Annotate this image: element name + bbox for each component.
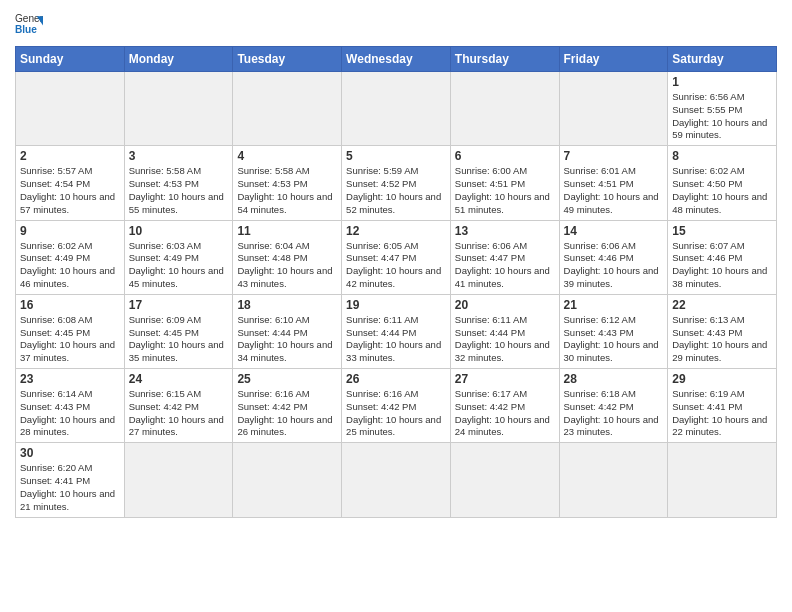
calendar-day-cell: 12Sunrise: 6:05 AM Sunset: 4:47 PM Dayli… (342, 220, 451, 294)
day-number: 18 (237, 298, 337, 312)
day-number: 13 (455, 224, 555, 238)
logo: General Blue (15, 10, 43, 38)
calendar-day-cell: 8Sunrise: 6:02 AM Sunset: 4:50 PM Daylig… (668, 146, 777, 220)
day-info: Sunrise: 6:16 AM Sunset: 4:42 PM Dayligh… (237, 388, 337, 439)
weekday-header-monday: Monday (124, 47, 233, 72)
day-info: Sunrise: 6:04 AM Sunset: 4:48 PM Dayligh… (237, 240, 337, 291)
day-info: Sunrise: 6:05 AM Sunset: 4:47 PM Dayligh… (346, 240, 446, 291)
calendar-day-cell: 23Sunrise: 6:14 AM Sunset: 4:43 PM Dayli… (16, 369, 125, 443)
calendar-week-row: 16Sunrise: 6:08 AM Sunset: 4:45 PM Dayli… (16, 294, 777, 368)
day-number: 28 (564, 372, 664, 386)
calendar-day-cell (342, 443, 451, 517)
day-number: 19 (346, 298, 446, 312)
day-number: 23 (20, 372, 120, 386)
calendar-day-cell: 15Sunrise: 6:07 AM Sunset: 4:46 PM Dayli… (668, 220, 777, 294)
calendar-day-cell (668, 443, 777, 517)
day-info: Sunrise: 6:12 AM Sunset: 4:43 PM Dayligh… (564, 314, 664, 365)
calendar-week-row: 2Sunrise: 5:57 AM Sunset: 4:54 PM Daylig… (16, 146, 777, 220)
calendar-day-cell: 11Sunrise: 6:04 AM Sunset: 4:48 PM Dayli… (233, 220, 342, 294)
calendar-day-cell: 10Sunrise: 6:03 AM Sunset: 4:49 PM Dayli… (124, 220, 233, 294)
calendar-day-cell (233, 72, 342, 146)
day-info: Sunrise: 6:10 AM Sunset: 4:44 PM Dayligh… (237, 314, 337, 365)
calendar-day-cell (342, 72, 451, 146)
day-info: Sunrise: 6:56 AM Sunset: 5:55 PM Dayligh… (672, 91, 772, 142)
day-info: Sunrise: 6:07 AM Sunset: 4:46 PM Dayligh… (672, 240, 772, 291)
day-info: Sunrise: 5:59 AM Sunset: 4:52 PM Dayligh… (346, 165, 446, 216)
day-info: Sunrise: 5:58 AM Sunset: 4:53 PM Dayligh… (129, 165, 229, 216)
calendar-day-cell: 16Sunrise: 6:08 AM Sunset: 4:45 PM Dayli… (16, 294, 125, 368)
calendar-day-cell (450, 443, 559, 517)
calendar-day-cell (559, 443, 668, 517)
day-info: Sunrise: 6:06 AM Sunset: 4:47 PM Dayligh… (455, 240, 555, 291)
day-number: 21 (564, 298, 664, 312)
calendar-week-row: 30Sunrise: 6:20 AM Sunset: 4:41 PM Dayli… (16, 443, 777, 517)
day-info: Sunrise: 6:20 AM Sunset: 4:41 PM Dayligh… (20, 462, 120, 513)
day-number: 30 (20, 446, 120, 460)
day-number: 6 (455, 149, 555, 163)
calendar-day-cell: 30Sunrise: 6:20 AM Sunset: 4:41 PM Dayli… (16, 443, 125, 517)
calendar-day-cell: 5Sunrise: 5:59 AM Sunset: 4:52 PM Daylig… (342, 146, 451, 220)
day-number: 14 (564, 224, 664, 238)
calendar-day-cell (450, 72, 559, 146)
calendar-day-cell: 26Sunrise: 6:16 AM Sunset: 4:42 PM Dayli… (342, 369, 451, 443)
day-info: Sunrise: 5:58 AM Sunset: 4:53 PM Dayligh… (237, 165, 337, 216)
calendar-day-cell: 7Sunrise: 6:01 AM Sunset: 4:51 PM Daylig… (559, 146, 668, 220)
weekday-header-friday: Friday (559, 47, 668, 72)
day-info: Sunrise: 6:15 AM Sunset: 4:42 PM Dayligh… (129, 388, 229, 439)
day-number: 2 (20, 149, 120, 163)
calendar-day-cell: 22Sunrise: 6:13 AM Sunset: 4:43 PM Dayli… (668, 294, 777, 368)
day-number: 25 (237, 372, 337, 386)
calendar-day-cell (559, 72, 668, 146)
calendar-week-row: 1Sunrise: 6:56 AM Sunset: 5:55 PM Daylig… (16, 72, 777, 146)
day-number: 9 (20, 224, 120, 238)
weekday-header-tuesday: Tuesday (233, 47, 342, 72)
day-number: 10 (129, 224, 229, 238)
day-number: 24 (129, 372, 229, 386)
day-number: 4 (237, 149, 337, 163)
day-info: Sunrise: 6:16 AM Sunset: 4:42 PM Dayligh… (346, 388, 446, 439)
day-number: 15 (672, 224, 772, 238)
day-info: Sunrise: 6:13 AM Sunset: 4:43 PM Dayligh… (672, 314, 772, 365)
day-number: 5 (346, 149, 446, 163)
calendar-day-cell: 4Sunrise: 5:58 AM Sunset: 4:53 PM Daylig… (233, 146, 342, 220)
day-info: Sunrise: 5:57 AM Sunset: 4:54 PM Dayligh… (20, 165, 120, 216)
calendar-day-cell (16, 72, 125, 146)
day-info: Sunrise: 6:11 AM Sunset: 4:44 PM Dayligh… (455, 314, 555, 365)
day-info: Sunrise: 6:11 AM Sunset: 4:44 PM Dayligh… (346, 314, 446, 365)
day-number: 7 (564, 149, 664, 163)
day-number: 26 (346, 372, 446, 386)
calendar-day-cell: 27Sunrise: 6:17 AM Sunset: 4:42 PM Dayli… (450, 369, 559, 443)
calendar-day-cell: 3Sunrise: 5:58 AM Sunset: 4:53 PM Daylig… (124, 146, 233, 220)
calendar-day-cell: 14Sunrise: 6:06 AM Sunset: 4:46 PM Dayli… (559, 220, 668, 294)
day-number: 8 (672, 149, 772, 163)
weekday-header-sunday: Sunday (16, 47, 125, 72)
calendar-day-cell: 19Sunrise: 6:11 AM Sunset: 4:44 PM Dayli… (342, 294, 451, 368)
calendar-day-cell (124, 72, 233, 146)
day-number: 16 (20, 298, 120, 312)
calendar-day-cell: 29Sunrise: 6:19 AM Sunset: 4:41 PM Dayli… (668, 369, 777, 443)
day-info: Sunrise: 6:02 AM Sunset: 4:49 PM Dayligh… (20, 240, 120, 291)
calendar-day-cell: 9Sunrise: 6:02 AM Sunset: 4:49 PM Daylig… (16, 220, 125, 294)
day-info: Sunrise: 6:14 AM Sunset: 4:43 PM Dayligh… (20, 388, 120, 439)
weekday-header-thursday: Thursday (450, 47, 559, 72)
calendar-day-cell: 24Sunrise: 6:15 AM Sunset: 4:42 PM Dayli… (124, 369, 233, 443)
calendar-day-cell: 21Sunrise: 6:12 AM Sunset: 4:43 PM Dayli… (559, 294, 668, 368)
day-info: Sunrise: 6:02 AM Sunset: 4:50 PM Dayligh… (672, 165, 772, 216)
calendar-day-cell: 13Sunrise: 6:06 AM Sunset: 4:47 PM Dayli… (450, 220, 559, 294)
calendar-day-cell: 20Sunrise: 6:11 AM Sunset: 4:44 PM Dayli… (450, 294, 559, 368)
day-info: Sunrise: 6:09 AM Sunset: 4:45 PM Dayligh… (129, 314, 229, 365)
calendar-day-cell: 17Sunrise: 6:09 AM Sunset: 4:45 PM Dayli… (124, 294, 233, 368)
calendar-day-cell: 25Sunrise: 6:16 AM Sunset: 4:42 PM Dayli… (233, 369, 342, 443)
logo-area: General Blue (15, 10, 43, 38)
day-number: 29 (672, 372, 772, 386)
calendar-day-cell (233, 443, 342, 517)
day-info: Sunrise: 6:01 AM Sunset: 4:51 PM Dayligh… (564, 165, 664, 216)
day-number: 11 (237, 224, 337, 238)
calendar-day-cell: 1Sunrise: 6:56 AM Sunset: 5:55 PM Daylig… (668, 72, 777, 146)
calendar-day-cell: 28Sunrise: 6:18 AM Sunset: 4:42 PM Dayli… (559, 369, 668, 443)
calendar-week-row: 9Sunrise: 6:02 AM Sunset: 4:49 PM Daylig… (16, 220, 777, 294)
day-number: 17 (129, 298, 229, 312)
svg-text:Blue: Blue (15, 24, 37, 35)
day-info: Sunrise: 6:08 AM Sunset: 4:45 PM Dayligh… (20, 314, 120, 365)
generalblue-logo-icon: General Blue (15, 10, 43, 38)
